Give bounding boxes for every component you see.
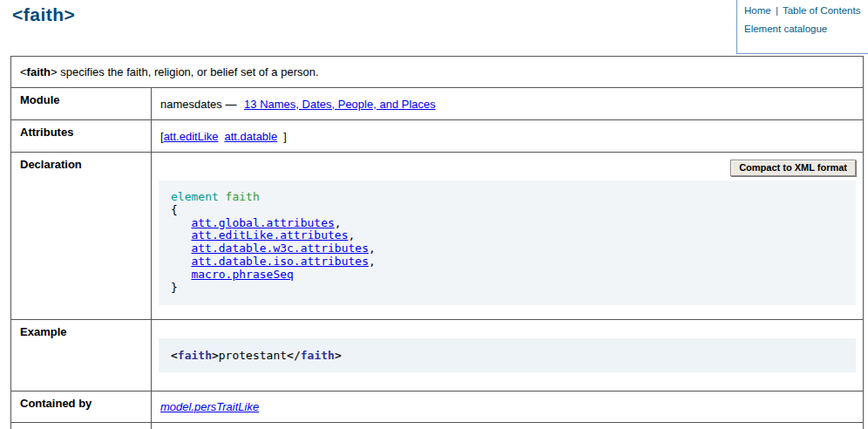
code-member-separator: , [369,242,376,255]
code-member-separator: , [335,216,342,229]
code-link-att-editlike-attributes[interactable]: att.editLike.attributes [191,228,348,242]
example-content-text: protestant [219,349,287,362]
code-member-line: att.editLike.attributes, [171,229,844,242]
declaration-code-block: elementfaith { att.global.attributes, at… [159,180,856,305]
description-cell: <faith> specifies the faith, religion, o… [11,57,864,88]
nav-link-element-catalogue[interactable]: Element catalogue [744,24,827,34]
example-open-tag-name: faith [178,349,212,362]
code-line-head: elementfaith [171,191,844,204]
example-open-bracket-close: > [212,349,219,362]
attribute-class-link-datable[interactable]: att.datable [225,130,278,143]
code-link-att-global-attributes[interactable]: att.global.attributes [191,216,334,229]
module-row: Module namesdates — 13 Names, Dates, Peo… [11,88,864,120]
code-link-att-datable-w3c-attributes[interactable]: att.datable.w3c.attributes [191,242,369,255]
attributes-bracket-close: ] [283,130,287,143]
declaration-row: Declaration Compact to XML format elemen… [11,153,864,320]
example-label: Example [11,319,152,391]
declaration-toolbar: Compact to XML format [159,160,856,179]
compact-to-xml-button[interactable]: Compact to XML format [730,160,856,176]
contained-by-model-link[interactable]: model.persTraitLike [160,400,259,413]
attributes-value-cell: [att.editLikeatt.datable] [152,120,864,153]
truncated-label-cell [11,422,152,429]
code-member-line: macro.phraseSeq [171,269,844,282]
page-title: <faith> [12,4,75,25]
example-close-tag-name: faith [301,349,335,362]
description-text: specifies the faith, religion, or belief… [58,65,319,78]
nav-line-2: Element catalogue [744,23,861,36]
description-row: <faith> specifies the faith, religion, o… [11,57,864,88]
nav-separator: | [776,5,778,16]
example-open-bracket: < [171,349,178,362]
module-chapter-link[interactable]: 13 Names, Dates, People, and Places [244,98,436,111]
code-member-line: att.global.attributes, [171,217,844,230]
code-line-brace-open: { [171,204,844,217]
nav-link-home[interactable]: Home [744,5,771,16]
description-gi-name: faith [27,65,51,78]
attributes-row: Attributes [att.editLikeatt.datable] [11,120,864,153]
code-keyword-element: element [171,190,219,203]
example-close-bracket-close: > [335,349,342,362]
code-member-separator: , [348,228,355,242]
contained-by-row: Contained by model.persTraitLike [11,391,864,422]
page-header: <faith> Home | Table of Contents Element… [0,0,868,56]
code-element-name: faith [226,190,260,203]
declaration-value-cell: Compact to XML format elementfaith { att… [152,153,864,320]
description-gi-close: > [51,65,58,78]
code-member-line: att.datable.iso.attributes, [171,255,844,269]
nav-box: Home | Table of Contents Element catalog… [736,0,868,54]
element-spec-page: <faith> Home | Table of Contents Element… [0,0,868,429]
code-member-separator: , [369,255,376,268]
code-member-line: att.datable.w3c.attributes, [171,242,844,255]
nav-link-table-of-contents[interactable]: Table of Contents [783,5,861,16]
contained-by-label: Contained by [11,391,152,422]
element-spec-table: <faith> specifies the faith, religion, o… [10,56,864,429]
example-value-cell: <faith>protestant</faith> [152,319,864,391]
truncated-row [11,422,864,429]
example-row: Example <faith>protestant</faith> [11,319,864,391]
code-link-macro-phraseseq[interactable]: macro.phraseSeq [191,268,293,281]
code-line-brace-close: } [171,282,844,295]
module-name: namesdates — [160,98,236,111]
nav-line-1: Home | Table of Contents [744,4,861,17]
attributes-label: Attributes [11,120,152,153]
declaration-label: Declaration [11,153,152,320]
attribute-class-link-editlike[interactable]: att.editLike [164,130,219,143]
module-label: Module [11,88,152,120]
contained-by-value-cell: model.persTraitLike [152,391,864,422]
description-gi-open: < [20,65,27,78]
truncated-value-cell [152,422,864,429]
module-value-cell: namesdates — 13 Names, Dates, People, an… [152,88,864,120]
example-close-bracket: </ [287,349,301,362]
example-code-block: <faith>protestant</faith> [159,338,856,372]
code-link-att-datable-iso-attributes[interactable]: att.datable.iso.attributes [191,255,369,268]
